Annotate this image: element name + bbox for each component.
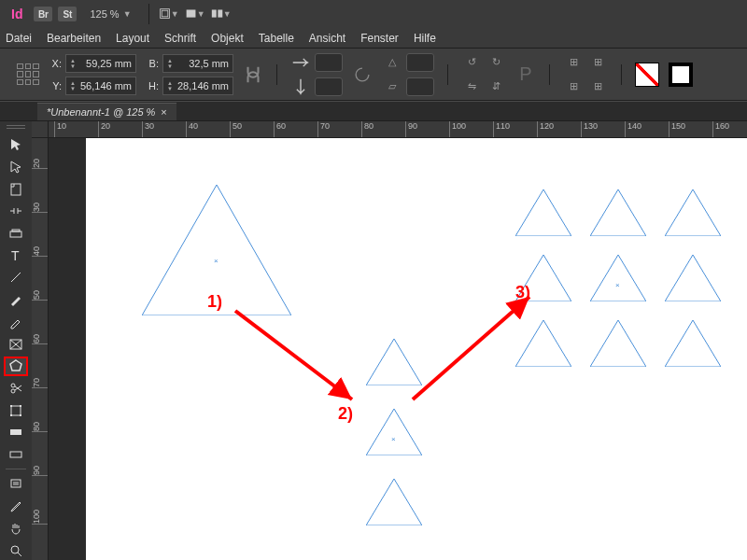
- svg-rect-22: [10, 452, 21, 457]
- flip-horizontal-icon[interactable]: [290, 52, 311, 73]
- zoom-tool[interactable]: [4, 540, 28, 560]
- ruler-tick: 100: [449, 121, 466, 138]
- view-options-icon[interactable]: ▼: [159, 4, 179, 24]
- menu-hilfe[interactable]: Hilfe: [414, 32, 436, 45]
- flip-h-icon[interactable]: ⇋: [461, 77, 482, 97]
- bridge-chip[interactable]: Br: [34, 7, 52, 21]
- fill-swatch[interactable]: [635, 63, 659, 87]
- gap-tool[interactable]: [4, 202, 28, 221]
- align-icon-2[interactable]: ⊞: [587, 52, 608, 73]
- direct-selection-tool[interactable]: [4, 158, 28, 177]
- menu-objekt[interactable]: Objekt: [211, 32, 244, 45]
- ruler-tick: 110: [493, 121, 510, 138]
- hand-tool[interactable]: [4, 519, 28, 539]
- close-icon[interactable]: ×: [161, 106, 166, 118]
- triangle-shape[interactable]: ×: [366, 409, 422, 455]
- svg-rect-7: [12, 230, 20, 231]
- ruler-origin-corner[interactable]: [32, 121, 49, 138]
- paragraph-icon[interactable]: P: [515, 64, 536, 85]
- rotate-cw-icon[interactable]: ↻: [486, 52, 506, 73]
- rectangle-frame-tool[interactable]: [4, 334, 28, 354]
- free-transform-tool[interactable]: [4, 400, 28, 420]
- ruler-tick: 150: [669, 121, 685, 138]
- scissors-tool[interactable]: [4, 379, 28, 399]
- menu-datei[interactable]: Datei: [6, 32, 32, 45]
- constrain-proportions-icon[interactable]: [243, 64, 263, 85]
- svg-rect-1: [162, 11, 168, 18]
- document-page[interactable]: ×××1)2)3): [86, 138, 747, 560]
- ruler-tick: 100: [32, 508, 49, 525]
- line-tool[interactable]: [4, 268, 28, 287]
- ruler-tick: 120: [537, 121, 554, 138]
- annotation-arrow-icon: [403, 287, 539, 411]
- rotation-field[interactable]: [406, 53, 434, 72]
- svg-rect-19: [10, 414, 12, 416]
- ruler-tick: 30: [32, 201, 49, 213]
- x-position-field[interactable]: ▲▼ 59,25 mm: [65, 54, 136, 73]
- panel-drag-handle[interactable]: [7, 125, 25, 129]
- screen-mode-icon[interactable]: ▼: [185, 4, 205, 24]
- y-position-field[interactable]: ▲▼ 56,146 mm: [65, 77, 136, 95]
- svg-marker-36: [590, 255, 646, 301]
- ruler-tick: 90: [32, 464, 49, 476]
- triangle-shape[interactable]: [366, 479, 422, 525]
- menu-bearbeiten[interactable]: Bearbeiten: [47, 32, 101, 45]
- pen-tool[interactable]: [4, 290, 28, 310]
- center-marker-icon: ×: [391, 435, 396, 443]
- svg-rect-2: [186, 10, 195, 18]
- svg-marker-31: [366, 479, 422, 525]
- gradient-feather-tool[interactable]: [4, 445, 28, 465]
- height-field[interactable]: ▲▼ 28,146 mm: [162, 77, 233, 95]
- menu-layout[interactable]: Layout: [116, 32, 149, 45]
- note-tool[interactable]: [4, 474, 28, 494]
- align-icon-3[interactable]: ⊞: [563, 77, 584, 97]
- height-label: H:: [146, 80, 159, 91]
- reference-point-grid[interactable]: [17, 63, 39, 86]
- triangle-shape[interactable]: [590, 320, 646, 367]
- ruler-tick: 40: [32, 245, 49, 257]
- shear-field[interactable]: [406, 77, 434, 96]
- canvas-pasteboard[interactable]: ×××1)2)3): [49, 138, 747, 560]
- triangle-shape[interactable]: ×: [590, 255, 646, 301]
- flip-vertical-icon[interactable]: [290, 77, 311, 97]
- flip-v-icon[interactable]: ⇵: [486, 77, 506, 97]
- selection-tool[interactable]: [4, 135, 28, 155]
- page-tool[interactable]: [4, 179, 28, 199]
- menu-ansicht[interactable]: Ansicht: [309, 32, 345, 45]
- document-tab[interactable]: *Unbenannt-1 @ 125 % ×: [37, 103, 176, 120]
- menu-fenster[interactable]: Fenster: [360, 32, 399, 45]
- svg-rect-5: [11, 184, 21, 195]
- stroke-swatch[interactable]: [669, 63, 693, 87]
- menu-schrift[interactable]: Schrift: [164, 32, 196, 45]
- triangle-shape[interactable]: [515, 189, 571, 236]
- align-icon-4[interactable]: ⊞: [587, 77, 608, 97]
- ruler-tick: 30: [142, 121, 154, 138]
- type-tool[interactable]: T: [4, 245, 28, 265]
- horizontal-ruler[interactable]: 102030405060708090100110120130140150160: [49, 121, 747, 138]
- ruler-tick: 50: [230, 121, 242, 138]
- width-field[interactable]: ▲▼ 32,5 mm: [162, 54, 233, 73]
- svg-rect-20: [20, 414, 21, 416]
- ruler-tick: 10: [54, 121, 66, 138]
- svg-rect-18: [20, 405, 21, 407]
- rotate-ccw-icon[interactable]: ↺: [461, 52, 482, 73]
- ruler-tick: 60: [274, 121, 286, 138]
- triangle-shape[interactable]: [665, 255, 721, 301]
- gradient-swatch-tool[interactable]: [4, 423, 28, 442]
- vertical-ruler[interactable]: 2030405060708090100: [32, 138, 49, 560]
- stock-chip[interactable]: St: [58, 7, 77, 21]
- eyedropper-tool[interactable]: [4, 497, 28, 516]
- pencil-tool[interactable]: [4, 312, 28, 331]
- menu-tabelle[interactable]: Tabelle: [259, 32, 294, 45]
- scale-x-field[interactable]: [315, 53, 343, 72]
- rotate-icon[interactable]: [352, 64, 373, 85]
- triangle-shape[interactable]: [665, 189, 721, 236]
- content-collector-tool[interactable]: [4, 224, 28, 244]
- scale-y-field[interactable]: [315, 77, 343, 96]
- polygon-tool[interactable]: [4, 357, 28, 376]
- zoom-level-selector[interactable]: 125 % ▼: [82, 8, 138, 20]
- triangle-shape[interactable]: [665, 320, 721, 367]
- arrange-docs-icon[interactable]: ▼: [211, 4, 232, 24]
- triangle-shape[interactable]: [590, 189, 646, 236]
- align-icon-1[interactable]: ⊞: [563, 52, 584, 73]
